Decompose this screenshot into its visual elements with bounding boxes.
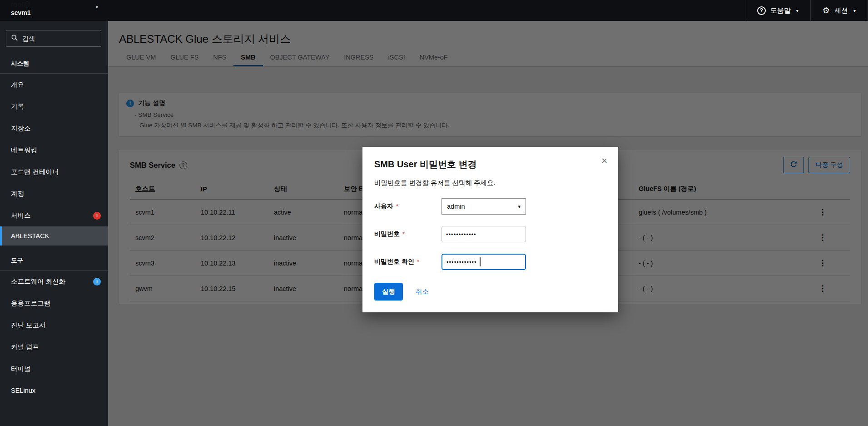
sidebar-item-applications[interactable]: 응용프로그램 — [0, 292, 108, 314]
sidebar-item-diagnostic-reports[interactable]: 진단 보고서 — [0, 314, 108, 336]
sidebar-item-label: 서비스 — [11, 211, 31, 220]
sidebar-item-label: 저장소 — [11, 124, 31, 133]
sidebar-item-label: 네트워킹 — [11, 146, 37, 155]
search-icon — [11, 35, 18, 43]
sidebar-item-label: 계정 — [11, 190, 24, 198]
sidebar-item-storage[interactable]: 저장소 — [0, 117, 108, 139]
sidebar-item-label: 응용프로그램 — [11, 299, 50, 308]
sidebar-item-software-updates[interactable]: 소프트웨어 최신화 i — [0, 271, 108, 292]
confirm-password-input[interactable] — [441, 254, 526, 270]
required-marker: * — [402, 231, 405, 237]
label-text: 비밀번호 — [374, 230, 400, 237]
required-marker: * — [417, 259, 419, 265]
modal-footer: 실행 취소 — [374, 283, 606, 301]
modal-title: SMB User 비밀번호 변경 — [374, 158, 606, 170]
sidebar-search — [0, 21, 108, 49]
caret-down-icon: ▾ — [853, 8, 856, 13]
sidebar-item-kernel-dump[interactable]: 커널 덤프 — [0, 336, 108, 358]
sidebar-item-services[interactable]: 서비스 ! — [0, 205, 108, 226]
masthead: root@scvm1 ▾ ? 도움말 ▾ ⚙ 세션 ▾ — [0, 0, 868, 21]
confirm-password-label: 비밀번호 확인* — [374, 258, 441, 266]
form-row-confirm-password: 비밀번호 확인* — [374, 254, 606, 270]
nav-section-title: 시스템 — [0, 49, 108, 73]
cancel-button[interactable]: 취소 — [416, 287, 429, 296]
warning-badge-icon: ! — [93, 212, 101, 220]
sidebar-item-podman-containers[interactable]: 포드맨 컨테이너 — [0, 161, 108, 183]
label-text: 비밀번호 확인 — [374, 258, 414, 265]
sidebar: 시스템 개요 기록 저장소 네트워킹 포드맨 컨테이너 계정 서비스 ! ABL… — [0, 21, 108, 426]
sidebar-item-label: 진단 보고서 — [11, 321, 46, 330]
nav-section-system: 시스템 개요 기록 저장소 네트워킹 포드맨 컨테이너 계정 서비스 ! ABL… — [0, 49, 108, 246]
form-row-password: 비밀번호* — [374, 226, 606, 242]
masthead-actions: ? 도움말 ▾ ⚙ 세션 ▾ — [745, 0, 868, 21]
user-select[interactable]: admin ▾ — [441, 198, 526, 215]
user-prefix: root@ — [11, 0, 31, 9]
help-label: 도움말 — [770, 6, 791, 15]
info-badge-icon: i — [93, 278, 101, 286]
password-change-form: 사용자* admin ▾ 비밀번호* 비밀번호 확인* — [374, 198, 606, 270]
sidebar-item-selinux[interactable]: SELinux — [0, 380, 108, 401]
search-input[interactable] — [22, 35, 90, 42]
sidebar-item-label: 커널 덤프 — [11, 343, 39, 351]
smb-user-password-modal: SMB User 비밀번호 변경 × 비밀번호를 변경할 유저를 선택해 주세요… — [362, 147, 618, 312]
host-name: scvm1 — [11, 9, 31, 17]
sidebar-item-label: 소프트웨어 최신화 — [11, 277, 65, 286]
sidebar-item-networking[interactable]: 네트워킹 — [0, 139, 108, 161]
run-button[interactable]: 실행 — [374, 283, 403, 301]
gear-icon: ⚙ — [823, 6, 830, 15]
sidebar-item-overview[interactable]: 개요 — [0, 74, 108, 95]
confirm-password-wrap — [441, 254, 526, 270]
sidebar-item-label: 기록 — [11, 102, 24, 111]
caret-down-icon: ▾ — [796, 8, 799, 13]
user-label: 사용자* — [374, 202, 441, 210]
sidebar-item-accounts[interactable]: 계정 — [0, 183, 108, 205]
session-label: 세션 — [834, 6, 848, 15]
session-menu-button[interactable]: ⚙ 세션 ▾ — [810, 0, 868, 21]
sidebar-item-terminal[interactable]: 터미널 — [0, 358, 108, 380]
password-label: 비밀번호* — [374, 230, 441, 238]
sidebar-item-label: ABLESTACK — [11, 232, 49, 240]
caret-down-icon: ▾ — [95, 4, 98, 10]
sidebar-item-label: 포드맨 컨테이너 — [11, 168, 59, 176]
sidebar-item-logs[interactable]: 기록 — [0, 95, 108, 117]
form-row-user: 사용자* admin ▾ — [374, 198, 606, 215]
nav-section-tools: 도구 소프트웨어 최신화 i 응용프로그램 진단 보고서 커널 덤프 터미널 S… — [0, 246, 108, 401]
close-icon[interactable]: × — [601, 156, 607, 166]
sidebar-item-label: SELinux — [11, 387, 35, 394]
user-select-value: admin — [447, 203, 465, 210]
modal-description: 비밀번호를 변경할 유저를 선택해 주세요. — [374, 179, 606, 187]
search-box[interactable] — [6, 30, 101, 47]
required-marker: * — [396, 203, 398, 210]
sidebar-item-ablestack[interactable]: ABLESTACK — [0, 226, 108, 246]
sidebar-item-label: 개요 — [11, 80, 24, 89]
nav-section-title: 도구 — [0, 246, 108, 270]
caret-down-icon: ▾ — [518, 204, 521, 210]
sidebar-item-label: 터미널 — [11, 365, 31, 373]
label-text: 사용자 — [374, 202, 393, 210]
help-menu-button[interactable]: ? 도움말 ▾ — [745, 0, 810, 21]
password-input[interactable] — [441, 226, 526, 242]
help-icon: ? — [757, 6, 766, 15]
host-switcher[interactable]: root@scvm1 ▾ — [0, 0, 108, 21]
logged-in-user: root@scvm1 — [11, 0, 31, 17]
text-cursor — [480, 257, 481, 266]
